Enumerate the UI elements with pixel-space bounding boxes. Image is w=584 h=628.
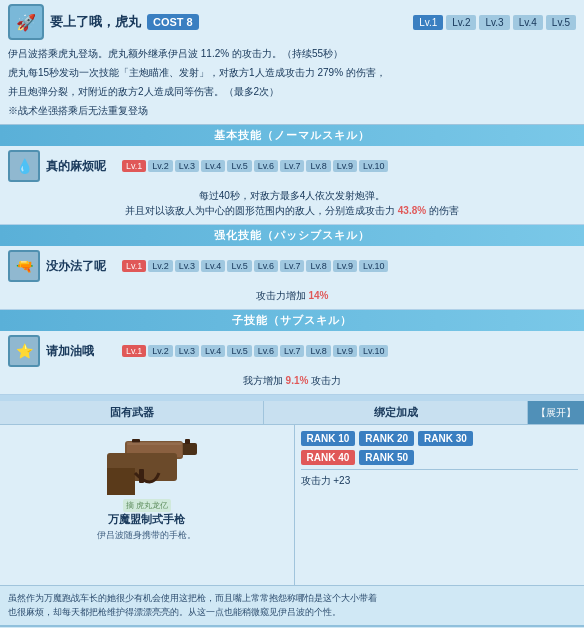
- expand-button[interactable]: 【展开】: [528, 401, 584, 424]
- lv-tab-3[interactable]: Lv.3: [479, 15, 509, 30]
- rank-effect: 攻击力 +23: [301, 469, 579, 492]
- normal-skill-header: 基本技能（ノーマルスキル）: [0, 125, 584, 146]
- normal-lv-9[interactable]: Lv.9: [333, 160, 357, 172]
- rank-badges-top: RANK 10 RANK 20 RANK 30: [301, 431, 579, 446]
- normal-lv-4[interactable]: Lv.4: [201, 160, 225, 172]
- normal-skill-icon: 💧: [8, 150, 40, 182]
- normal-skill-name: 真的麻烦呢: [46, 158, 116, 175]
- normal-skill-highlight: 43.8%: [398, 205, 426, 216]
- rank-badge-30: RANK 30: [418, 431, 473, 446]
- passive-lv-4[interactable]: Lv.4: [201, 260, 225, 272]
- passive-skill-lv-tabs: Lv.1 Lv.2 Lv.3 Lv.4 Lv.5 Lv.6 Lv.7 Lv.8 …: [122, 260, 576, 272]
- normal-lv-3[interactable]: Lv.3: [175, 160, 199, 172]
- rank-badge-20: RANK 20: [359, 431, 414, 446]
- top-desc1: 伊吕波搭乘虎丸登场。虎丸额外继承伊吕波 11.2% 的攻击力。（持续55秒）: [8, 44, 576, 63]
- mat-col2-header: 绑定加成: [264, 401, 528, 424]
- lv-tab-1[interactable]: Lv.1: [413, 15, 443, 30]
- normal-lv-2[interactable]: Lv.2: [148, 160, 172, 172]
- rank-badge-50: RANK 50: [359, 450, 414, 465]
- sub-lv-3[interactable]: Lv.3: [175, 345, 199, 357]
- char-row: 🚀 要上了哦，虎丸 COST 8 Lv.1 Lv.2 Lv.3 Lv.4 Lv.…: [8, 4, 576, 40]
- long-description: 虽然作为万魔跑战车长的她很少有机会使用这把枪，而且嘴上常常抱怨称哪怕是这个大小带…: [0, 585, 584, 625]
- passive-skill-icon: 🔫: [8, 250, 40, 282]
- lv-tabs-right: Lv.1 Lv.2 Lv.3 Lv.4 Lv.5: [413, 15, 576, 30]
- materials-header-row: 固有武器 绑定加成 【展开】: [0, 401, 584, 425]
- rank-badges-bottom: RANK 40 RANK 50: [301, 450, 579, 465]
- svg-marker-4: [107, 468, 135, 495]
- lv-tab-2[interactable]: Lv.2: [446, 15, 476, 30]
- sub-skill-desc-text: 我方增加 9.1% 攻击力: [243, 375, 341, 386]
- passive-lv-8[interactable]: Lv.8: [306, 260, 330, 272]
- normal-lv-5[interactable]: Lv.5: [227, 160, 251, 172]
- watermark: 摘 虎丸龙亿: [123, 499, 171, 512]
- sub-lv-8[interactable]: Lv.8: [306, 345, 330, 357]
- sub-skill-header: 子技能（サブスキル）: [0, 310, 584, 331]
- sub-lv-7[interactable]: Lv.7: [280, 345, 304, 357]
- passive-lv-7[interactable]: Lv.7: [280, 260, 304, 272]
- normal-skill-lv-tabs: Lv.1 Lv.2 Lv.3 Lv.4 Lv.5 Lv.6 Lv.7 Lv.8 …: [122, 160, 576, 172]
- long-desc-1: 虽然作为万魔跑战车长的她很少有机会使用这把枪，而且嘴上常常抱怨称哪怕是这个大小带…: [8, 592, 576, 606]
- char-name: 要上了哦，虎丸: [50, 13, 141, 31]
- sub-skill-highlight: 9.1%: [286, 375, 309, 386]
- sub-lv-5[interactable]: Lv.5: [227, 345, 251, 357]
- passive-lv-2[interactable]: Lv.2: [148, 260, 172, 272]
- rank-column: RANK 10 RANK 20 RANK 30 RANK 40 RANK 50 …: [295, 425, 585, 585]
- sub-lv-4[interactable]: Lv.4: [201, 345, 225, 357]
- passive-skill-highlight: 14%: [308, 290, 328, 301]
- passive-skill-desc: 攻击力增加 14%: [8, 286, 576, 305]
- passive-lv-6[interactable]: Lv.6: [254, 260, 278, 272]
- normal-lv-8[interactable]: Lv.8: [306, 160, 330, 172]
- cost-badge: COST 8: [147, 14, 199, 30]
- passive-skill-row: 🔫 没办法了呢 Lv.1 Lv.2 Lv.3 Lv.4 Lv.5 Lv.6 Lv…: [8, 250, 576, 282]
- mat-col1-header: 固有武器: [0, 401, 264, 424]
- passive-skill-block: 🔫 没办法了呢 Lv.1 Lv.2 Lv.3 Lv.4 Lv.5 Lv.6 Lv…: [0, 246, 584, 310]
- top-section: 🚀 要上了哦，虎丸 COST 8 Lv.1 Lv.2 Lv.3 Lv.4 Lv.…: [0, 0, 584, 125]
- svg-rect-8: [127, 442, 182, 445]
- char-icon: 🚀: [8, 4, 44, 40]
- weapon-desc: 伊吕波随身携带的手枪。: [97, 529, 196, 542]
- sub-skill-desc: 我方增加 9.1% 攻击力: [8, 371, 576, 390]
- passive-lv-9[interactable]: Lv.9: [333, 260, 357, 272]
- passive-skill-desc-text: 攻击力增加 14%: [256, 290, 329, 301]
- long-desc-2: 也很麻烦，却每天都把枪维护得漂漂亮亮的。从这一点也能稍微窥见伊吕波的个性。: [8, 606, 576, 620]
- normal-skill-desc: 每过40秒，对敌方最多4人依次发射炮弹。 并且对以该敌人为中心的圆形范围内的敌人…: [8, 186, 576, 220]
- passive-lv-10[interactable]: Lv.10: [359, 260, 388, 272]
- passive-lv-5[interactable]: Lv.5: [227, 260, 251, 272]
- top-desc2: 虎丸每15秒发动一次技能「主炮瞄准、发射」，对敌方1人造成攻击力 279% 的伤…: [8, 63, 576, 82]
- sub-lv-2[interactable]: Lv.2: [148, 345, 172, 357]
- lv-tab-4[interactable]: Lv.4: [513, 15, 543, 30]
- lv-tab-5[interactable]: Lv.5: [546, 15, 576, 30]
- sub-lv-9[interactable]: Lv.9: [333, 345, 357, 357]
- top-desc4: ※战术坐强搭乘后无法重复登场: [8, 101, 576, 120]
- passive-skill-name: 没办法了呢: [46, 258, 116, 275]
- svg-rect-6: [185, 439, 190, 444]
- normal-skill-block: 💧 真的麻烦呢 Lv.1 Lv.2 Lv.3 Lv.4 Lv.5 Lv.6 Lv…: [0, 146, 584, 225]
- weapon-image: [97, 433, 197, 493]
- sub-lv-10[interactable]: Lv.10: [359, 345, 388, 357]
- sub-skill-icon: ⭐: [8, 335, 40, 367]
- normal-skill-desc-text1: 每过40秒，对敌方最多4人依次发射炮弹。: [199, 190, 386, 201]
- sub-skill-name: 请加油哦: [46, 343, 116, 360]
- normal-lv-1[interactable]: Lv.1: [122, 160, 146, 172]
- rank-badge-40[interactable]: RANK 40: [301, 450, 356, 465]
- normal-lv-6[interactable]: Lv.6: [254, 160, 278, 172]
- weapon-svg: [97, 433, 207, 498]
- top-desc3: 并且炮弹分裂，对附近的敌方2人造成同等伤害。（最多2次）: [8, 82, 576, 101]
- materials-content: 摘 虎丸龙亿 万魔盟制式手枪 伊吕波随身携带的手枪。 RANK 10 RANK …: [0, 425, 584, 585]
- sub-lv-1[interactable]: Lv.1: [122, 345, 146, 357]
- normal-lv-7[interactable]: Lv.7: [280, 160, 304, 172]
- materials-section: 固有武器 绑定加成 【展开】: [0, 401, 584, 625]
- sub-skill-block: ⭐ 请加油哦 Lv.1 Lv.2 Lv.3 Lv.4 Lv.5 Lv.6 Lv.…: [0, 331, 584, 395]
- normal-skill-desc-text2: 并且对以该敌人为中心的圆形范围内的敌人，分别造成攻击力 43.8% 的伤害: [125, 205, 459, 216]
- sub-lv-6[interactable]: Lv.6: [254, 345, 278, 357]
- weapon-column: 摘 虎丸龙亿 万魔盟制式手枪 伊吕波随身携带的手枪。: [0, 425, 295, 585]
- passive-lv-3[interactable]: Lv.3: [175, 260, 199, 272]
- normal-lv-10[interactable]: Lv.10: [359, 160, 388, 172]
- sub-skill-row: ⭐ 请加油哦 Lv.1 Lv.2 Lv.3 Lv.4 Lv.5 Lv.6 Lv.…: [8, 335, 576, 367]
- svg-rect-5: [139, 469, 144, 483]
- weapon-name: 万魔盟制式手枪: [108, 512, 185, 527]
- mat-col2-label: 绑定加成: [374, 406, 418, 418]
- passive-skill-header: 强化技能（パッシブスキル）: [0, 225, 584, 246]
- sub-skill-lv-tabs: Lv.1 Lv.2 Lv.3 Lv.4 Lv.5 Lv.6 Lv.7 Lv.8 …: [122, 345, 576, 357]
- passive-lv-1[interactable]: Lv.1: [122, 260, 146, 272]
